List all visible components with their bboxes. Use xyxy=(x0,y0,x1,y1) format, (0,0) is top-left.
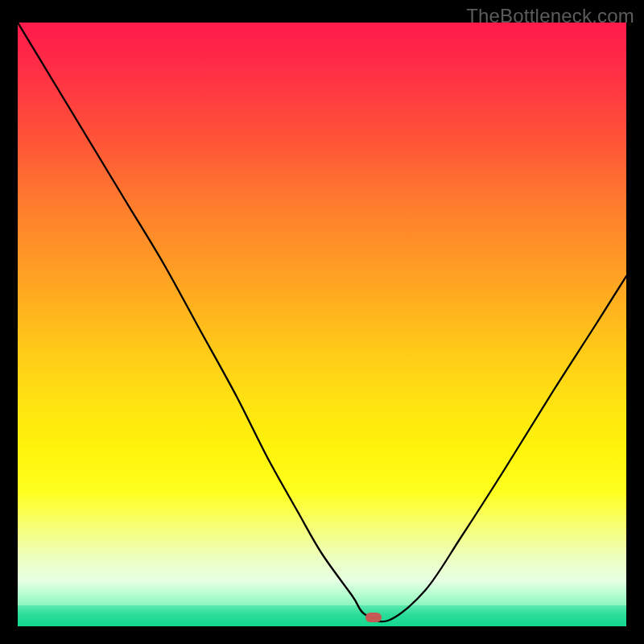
bottleneck-curve-path xyxy=(18,23,626,621)
plot-area xyxy=(18,23,626,626)
optimal-marker xyxy=(365,613,382,622)
bottleneck-curve xyxy=(18,23,626,626)
chart-frame: TheBottleneck.com xyxy=(0,0,644,644)
watermark-text: TheBottleneck.com xyxy=(466,5,634,27)
